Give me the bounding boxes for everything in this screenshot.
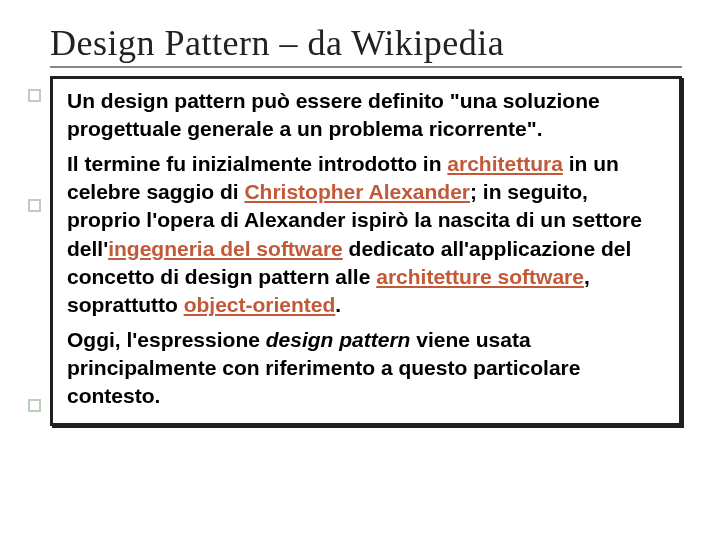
text: Un design pattern può essere definito "u… [67, 89, 600, 140]
link-christopher-alexander[interactable]: Christopher Alexander [244, 180, 470, 203]
paragraph-3: Oggi, l'espressione design pattern viene… [67, 326, 665, 411]
bullet-icon [28, 199, 41, 212]
italic-text: design pattern [266, 328, 411, 351]
bullet-icon [28, 89, 41, 102]
text: . [335, 293, 341, 316]
paragraph-2: Il termine fu inizialmente introdotto in… [67, 150, 665, 320]
paragraph-1: Un design pattern può essere definito "u… [67, 87, 665, 144]
link-architettura[interactable]: architettura [447, 152, 563, 175]
bullet-icon [28, 399, 41, 412]
link-ingegneria-del-software[interactable]: ingegneria del software [108, 237, 343, 260]
link-object-oriented[interactable]: object-oriented [184, 293, 336, 316]
slide-title: Design Pattern – da Wikipedia [50, 22, 682, 68]
link-architetture-software[interactable]: architetture software [376, 265, 584, 288]
slide: Design Pattern – da Wikipedia Un design … [0, 0, 720, 540]
text: Il termine fu inizialmente introdotto in [67, 152, 447, 175]
content-box: Un design pattern può essere definito "u… [50, 76, 682, 426]
text: Oggi, l'espressione [67, 328, 266, 351]
